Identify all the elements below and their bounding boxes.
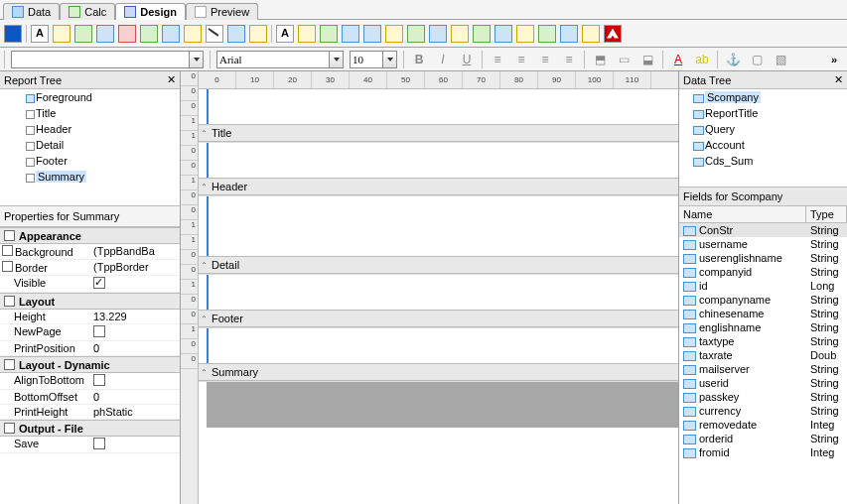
- close-icon[interactable]: ✕: [834, 73, 843, 86]
- pdf-tool[interactable]: [604, 25, 622, 43]
- band-detail[interactable]: Detail: [199, 196, 678, 275]
- col-name[interactable]: Name: [679, 206, 806, 222]
- chart-tool[interactable]: [184, 25, 202, 43]
- band-label[interactable]: Title: [199, 124, 678, 142]
- table-tool[interactable]: [560, 25, 578, 43]
- tab-preview[interactable]: Preview: [186, 3, 258, 20]
- highlight-color[interactable]: ab: [693, 51, 711, 68]
- dbimage-tool[interactable]: [363, 25, 381, 43]
- prop-row[interactable]: PrintPosition0: [0, 341, 180, 356]
- tab-design[interactable]: Design: [115, 3, 186, 20]
- align-right[interactable]: ≡: [536, 51, 554, 68]
- field-row[interactable]: taxtypeString: [679, 334, 847, 348]
- select-tool[interactable]: [4, 25, 22, 43]
- band-label[interactable]: Footer: [199, 310, 678, 327]
- style-input[interactable]: [11, 51, 190, 68]
- chevron-down-icon[interactable]: [330, 51, 344, 68]
- field-row[interactable]: idLong: [679, 279, 847, 293]
- label-tool[interactable]: [31, 25, 49, 43]
- design-canvas[interactable]: 00011001001100100100 0102030405060708090…: [181, 71, 678, 504]
- bold-button[interactable]: B: [410, 51, 428, 68]
- report-tree-node[interactable]: Footer: [0, 153, 180, 169]
- prop-row[interactable]: Background(TppBandBa: [0, 244, 180, 260]
- prop-row[interactable]: Visible: [0, 276, 180, 293]
- toolbar-overflow[interactable]: »: [825, 54, 843, 65]
- barcode-tool[interactable]: [227, 25, 245, 43]
- field-row[interactable]: companyidString: [679, 265, 847, 279]
- crosstab-tool[interactable]: [538, 25, 556, 43]
- memo-tool[interactable]: [53, 25, 71, 43]
- field-row[interactable]: englishnameString: [679, 320, 847, 334]
- chevron-down-icon[interactable]: [383, 51, 397, 68]
- tab-calc[interactable]: Calc: [60, 3, 115, 20]
- valign-bot[interactable]: ⬓: [638, 51, 656, 68]
- band-summary[interactable]: Summary: [199, 328, 678, 382]
- region-tool[interactable]: [494, 25, 512, 43]
- report-tree-node[interactable]: Header: [0, 121, 180, 137]
- dbtext-tool[interactable]: [276, 25, 294, 43]
- prop-row[interactable]: Height13.229: [0, 310, 180, 324]
- field-row[interactable]: useridString: [679, 376, 847, 390]
- pagebreak-tool[interactable]: [516, 25, 534, 43]
- report-bands[interactable]: TitleHeaderDetailFooterSummary: [199, 89, 678, 504]
- image-tool[interactable]: [140, 25, 158, 43]
- field-row[interactable]: passkeyString: [679, 390, 847, 404]
- field-row[interactable]: currencyString: [679, 404, 847, 418]
- band-title[interactable]: Title: [199, 89, 678, 143]
- valign-mid[interactable]: ▭: [615, 51, 633, 68]
- col-type[interactable]: Type: [806, 206, 847, 222]
- report-tree[interactable]: ForegroundTitleHeaderDetailFooterSummary: [0, 89, 180, 205]
- prop-category[interactable]: Appearance: [0, 227, 180, 244]
- field-row[interactable]: chinesenameString: [679, 307, 847, 320]
- dbchart-tool[interactable]: [429, 25, 447, 43]
- close-icon[interactable]: ✕: [167, 73, 176, 86]
- band-label[interactable]: Detail: [199, 256, 678, 274]
- prop-row[interactable]: PrintHeightphStatic: [0, 405, 180, 420]
- dbcheckbox-tool[interactable]: [451, 25, 469, 43]
- size-input[interactable]: [350, 51, 383, 68]
- line-tool[interactable]: [206, 25, 223, 43]
- db2dbarcode-tool[interactable]: [407, 25, 425, 43]
- field-row[interactable]: taxrateDoub: [679, 348, 847, 362]
- field-row[interactable]: mailserverString: [679, 362, 847, 376]
- font-color[interactable]: A: [669, 51, 687, 68]
- field-row[interactable]: companynameString: [679, 293, 847, 307]
- prop-category[interactable]: Layout: [0, 293, 180, 310]
- report-tree-node[interactable]: Detail: [0, 137, 180, 153]
- field-row[interactable]: usernameString: [679, 237, 847, 251]
- map-tool[interactable]: [582, 25, 600, 43]
- band-label[interactable]: Summary: [199, 363, 678, 381]
- align-center[interactable]: ≡: [512, 51, 530, 68]
- field-row[interactable]: removedateInteg: [679, 418, 847, 432]
- shape-tool[interactable]: [162, 25, 180, 43]
- prop-category[interactable]: Output - File: [0, 420, 180, 437]
- subreport-tool[interactable]: [473, 25, 491, 43]
- chevron-down-icon[interactable]: [190, 51, 204, 68]
- fields-list[interactable]: ConStrStringusernameStringuserenglishnam…: [679, 223, 847, 504]
- field-row[interactable]: orderidString: [679, 432, 847, 445]
- data-tree-node[interactable]: Scompany: [679, 89, 847, 105]
- 2dbarcode-tool[interactable]: [249, 25, 267, 43]
- dbcalc-tool[interactable]: [342, 25, 359, 43]
- data-tree-node[interactable]: Account: [679, 137, 847, 153]
- align-left[interactable]: ≡: [489, 51, 506, 68]
- dbmemo-tool[interactable]: [298, 25, 316, 43]
- fill-button[interactable]: ▧: [772, 51, 789, 68]
- data-tree-node[interactable]: Cds_Sum: [679, 153, 847, 169]
- valign-top[interactable]: ⬒: [591, 51, 609, 68]
- prop-row[interactable]: Border(TppBorder: [0, 260, 180, 276]
- prop-row[interactable]: AlignToBottom: [0, 373, 180, 390]
- field-row[interactable]: fromidInteg: [679, 445, 847, 459]
- prop-row[interactable]: NewPage: [0, 324, 180, 341]
- band-header[interactable]: Header: [199, 143, 678, 196]
- border-button[interactable]: ▢: [748, 51, 766, 68]
- tab-data[interactable]: Data: [3, 3, 60, 20]
- band-footer[interactable]: Footer: [199, 275, 678, 328]
- data-tree-node[interactable]: Query: [679, 121, 847, 137]
- variable-tool[interactable]: [118, 25, 136, 43]
- properties-grid[interactable]: AppearanceBackground(TppBandBaBorder(Tpp…: [0, 227, 180, 504]
- prop-row[interactable]: BottomOffset0: [0, 390, 180, 405]
- report-tree-node[interactable]: Summary: [0, 169, 180, 185]
- fields-columns[interactable]: Name Type: [679, 206, 847, 223]
- font-input[interactable]: [216, 51, 330, 68]
